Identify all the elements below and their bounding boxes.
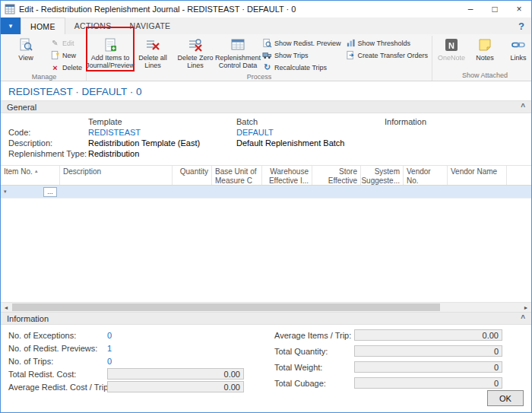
links-label: Links: [511, 54, 527, 62]
window-controls: – □ ×: [458, 1, 531, 17]
avg-items-trip-field: 0.00: [354, 329, 502, 341]
app-icon: [5, 4, 15, 14]
warehouse-effective-cell[interactable]: [262, 186, 312, 198]
ribbon-group-show-attached: N OneNote Notes Links Show Atta: [432, 36, 532, 81]
ribbon-tab-bar: ▾ HOME ACTIONS NAVIGATE ?: [1, 17, 531, 34]
grid-column-store-effective[interactable]: Store Effective Inventory: [312, 166, 361, 185]
code-label: Code:: [8, 127, 88, 138]
caret-down-icon: ▾: [9, 22, 13, 30]
file-menu-button[interactable]: ▾: [1, 17, 21, 34]
delete-zero-lines-button[interactable]: Delete Zero Lines: [174, 36, 217, 70]
quantity-cell[interactable]: [173, 186, 212, 198]
maximize-button[interactable]: □: [483, 1, 507, 17]
total-weight-field: 0: [354, 361, 502, 373]
edit-label: Edit: [62, 40, 74, 47]
ribbon-group-manage: View ✎ Edit New × Delete: [2, 36, 87, 81]
grid-column-vendor-name[interactable]: Vendor Name: [448, 166, 507, 185]
grid-column-warehouse-effective[interactable]: Warehouse Effective I...: [262, 166, 312, 185]
notes-label: Notes: [476, 54, 494, 62]
scrollbar-thumb[interactable]: [12, 303, 440, 311]
ok-button[interactable]: OK: [487, 390, 524, 406]
horizontal-scrollbar[interactable]: ◄ ►: [1, 302, 531, 312]
avg-items-trip-label: Average Items / Trip:: [274, 331, 354, 340]
svg-text:N: N: [448, 41, 454, 50]
total-redist-cost-field: 0.00: [107, 368, 244, 380]
row-dropdown-icon[interactable]: ▾: [4, 189, 7, 195]
recalculate-trips-button[interactable]: ↻ Recalculate Trips: [262, 62, 341, 72]
collapse-information-icon[interactable]: ^: [521, 314, 525, 322]
links-icon: [511, 37, 526, 52]
links-button[interactable]: Links: [502, 36, 532, 62]
tab-home[interactable]: HOME: [21, 17, 65, 34]
window-title: Edit - Redistribution Replenishment Jour…: [19, 5, 458, 14]
grid-column-vendor-no[interactable]: Vendor No.: [404, 166, 448, 185]
show-thresholds-label: Show Thresholds: [358, 40, 410, 47]
show-redist-preview-button[interactable]: Show Redist. Preview: [262, 38, 341, 48]
delete-all-lines-button[interactable]: Delete all Lines: [131, 36, 174, 70]
help-icon[interactable]: ?: [511, 17, 531, 34]
delete-zero-lines-label: Delete Zero Lines: [175, 54, 216, 70]
grid-column-system-suggested[interactable]: System Suggeste...: [361, 166, 404, 185]
notes-button[interactable]: Notes: [468, 36, 502, 62]
show-redist-preview-label: Show Redist. Preview: [274, 40, 341, 47]
general-section-header[interactable]: General ^: [1, 100, 531, 113]
new-icon: [50, 50, 60, 60]
ribbon: View ✎ Edit New × Delete: [1, 34, 531, 81]
batch-code-link[interactable]: DEFAULT: [236, 127, 385, 138]
recalculate-trips-label: Recalculate Trips: [274, 64, 327, 71]
minimize-button[interactable]: –: [458, 1, 483, 17]
total-quantity-label: Total Quantity:: [274, 347, 354, 356]
redist-previews-value-link[interactable]: 1: [107, 344, 112, 353]
assist-edit-button[interactable]: ...: [43, 187, 57, 197]
titlebar: Edit - Redistribution Replenishment Jour…: [1, 1, 531, 17]
close-button[interactable]: ×: [507, 1, 531, 17]
grid-column-base-unit[interactable]: Base Unit of Measure C: [212, 166, 262, 185]
description-cell[interactable]: [60, 186, 173, 198]
create-transfer-orders-button[interactable]: Create Transfer Orders: [346, 50, 429, 60]
show-trips-icon: [262, 50, 272, 60]
store-effective-cell[interactable]: [312, 186, 361, 198]
trips-value-link[interactable]: 0: [107, 357, 112, 366]
delete-button[interactable]: × Delete: [50, 62, 82, 72]
delete-all-lines-icon: [145, 37, 160, 52]
show-trips-button[interactable]: Show Trips: [262, 50, 341, 60]
template-column-header: Template: [88, 116, 236, 127]
tab-navigate[interactable]: NAVIGATE: [120, 17, 179, 34]
scroll-right-icon[interactable]: ►: [521, 303, 531, 312]
base-unit-cell[interactable]: [212, 186, 262, 198]
system-suggested-cell[interactable]: [361, 186, 404, 198]
template-code-link[interactable]: REDISTEAST: [88, 127, 236, 138]
vendor-no-cell[interactable]: [404, 186, 448, 198]
total-redist-cost-label: Total Redist. Cost:: [8, 370, 107, 379]
scrollbar-track[interactable]: [11, 303, 521, 312]
edit-icon: ✎: [50, 38, 60, 48]
replenishment-type-label: Replenishment Type:: [8, 148, 88, 159]
add-items-to-journal-button[interactable]: Add Items to Journal/Preview: [89, 36, 131, 70]
vendor-name-cell[interactable]: [448, 186, 507, 198]
scroll-left-icon[interactable]: ◄: [1, 303, 11, 312]
table-row[interactable]: ▾ ...: [1, 186, 531, 199]
view-label: View: [18, 54, 33, 62]
show-thresholds-button[interactable]: Show Thresholds: [346, 38, 429, 48]
collapse-general-icon[interactable]: ^: [521, 103, 525, 111]
redist-previews-label: No. of Redist. Previews:: [8, 344, 107, 353]
total-cubage-label: Total Cubage:: [274, 379, 354, 388]
information-section-header[interactable]: Information ^: [1, 312, 531, 325]
group-label-show-attached: Show Attached: [435, 71, 532, 81]
footer: OK: [1, 396, 531, 412]
sort-ascending-icon: ▲: [34, 169, 39, 174]
new-button[interactable]: New: [50, 50, 82, 60]
grid-empty-area: [1, 199, 531, 302]
description-label: Description:: [8, 138, 88, 148]
view-button[interactable]: View: [5, 36, 47, 62]
grid-column-quantity[interactable]: Quantity: [173, 166, 212, 185]
tab-actions[interactable]: ACTIONS: [65, 17, 121, 34]
grid-column-description[interactable]: Description: [60, 166, 173, 185]
replenishment-control-data-button[interactable]: Replenishment Control Data: [217, 36, 259, 70]
item-no-header-label: Item No.: [4, 167, 33, 176]
delete-label: Delete: [62, 64, 82, 71]
item-no-cell[interactable]: ▾ ...: [1, 186, 60, 198]
recalculate-trips-icon: ↻: [262, 62, 272, 72]
grid-column-item-no[interactable]: Item No. ▲: [1, 166, 60, 185]
exceptions-value-link[interactable]: 0: [107, 331, 112, 340]
